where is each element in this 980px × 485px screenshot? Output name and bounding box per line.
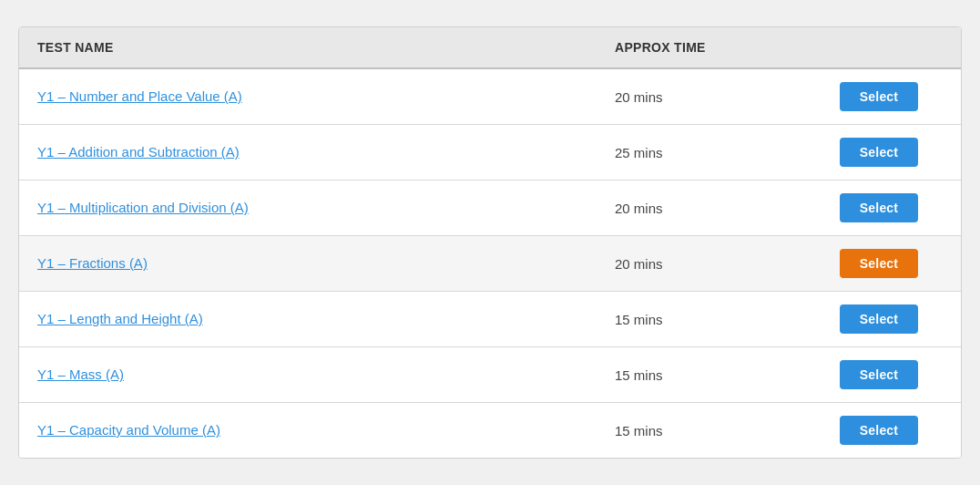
table-row: Y1 – Capacity and Volume (A)15 minsSelec… <box>19 403 961 458</box>
select-button-cell: Select <box>815 304 943 334</box>
test-name-cell: Y1 – Multiplication and Division (A) <box>37 200 615 216</box>
test-name-link[interactable]: Y1 – Mass (A) <box>37 366 124 382</box>
approx-time: 15 mins <box>615 367 815 383</box>
select-button[interactable]: Select <box>840 304 918 334</box>
table-row: Y1 – Length and Height (A)15 minsSelect <box>19 292 961 347</box>
header-approx-time: APPROX TIME <box>615 40 815 55</box>
test-name-cell: Y1 – Length and Height (A) <box>37 311 615 327</box>
select-button-cell: Select <box>815 193 943 222</box>
test-name-cell: Y1 – Addition and Subtraction (A) <box>37 144 615 160</box>
test-name-cell: Y1 – Mass (A) <box>37 366 615 383</box>
select-button[interactable]: Select <box>840 360 918 389</box>
approx-time: 15 mins <box>615 312 815 327</box>
test-name-cell: Y1 – Fractions (A) <box>37 255 615 272</box>
table-row: Y1 – Number and Place Value (A)20 minsSe… <box>19 69 961 125</box>
select-button-cell: Select <box>815 416 943 445</box>
select-button-cell: Select <box>815 360 943 389</box>
approx-time: 20 mins <box>615 256 815 272</box>
table-body: Y1 – Number and Place Value (A)20 minsSe… <box>19 69 961 458</box>
approx-time: 20 mins <box>615 201 815 216</box>
test-name-link[interactable]: Y1 – Multiplication and Division (A) <box>37 200 249 215</box>
select-button-cell: Select <box>815 249 943 278</box>
select-button-cell: Select <box>815 82 943 111</box>
select-button[interactable]: Select <box>840 416 918 445</box>
select-button[interactable]: Select <box>840 249 918 278</box>
select-button[interactable]: Select <box>840 193 918 222</box>
table-row: Y1 – Mass (A)15 minsSelect <box>19 347 961 403</box>
table-row: Y1 – Multiplication and Division (A)20 m… <box>19 181 961 236</box>
table-header: TEST NAME APPROX TIME <box>19 27 961 69</box>
test-selection-table: TEST NAME APPROX TIME Y1 – Number and Pl… <box>18 26 962 459</box>
header-action <box>815 40 943 55</box>
approx-time: 15 mins <box>615 423 815 439</box>
select-button[interactable]: Select <box>840 138 918 167</box>
approx-time: 20 mins <box>615 89 815 105</box>
test-name-cell: Y1 – Capacity and Volume (A) <box>37 422 615 439</box>
test-name-link[interactable]: Y1 – Number and Place Value (A) <box>37 88 242 104</box>
table-row: Y1 – Fractions (A)20 minsSelect <box>19 236 961 292</box>
table-row: Y1 – Addition and Subtraction (A)25 mins… <box>19 125 961 181</box>
test-name-link[interactable]: Y1 – Length and Height (A) <box>37 311 203 326</box>
select-button-cell: Select <box>815 138 943 167</box>
test-name-link[interactable]: Y1 – Capacity and Volume (A) <box>37 422 220 438</box>
approx-time: 25 mins <box>615 145 815 160</box>
test-name-link[interactable]: Y1 – Addition and Subtraction (A) <box>37 144 240 160</box>
test-name-link[interactable]: Y1 – Fractions (A) <box>37 255 148 271</box>
test-name-cell: Y1 – Number and Place Value (A) <box>37 88 615 105</box>
select-button[interactable]: Select <box>840 82 918 111</box>
header-test-name: TEST NAME <box>37 40 615 55</box>
